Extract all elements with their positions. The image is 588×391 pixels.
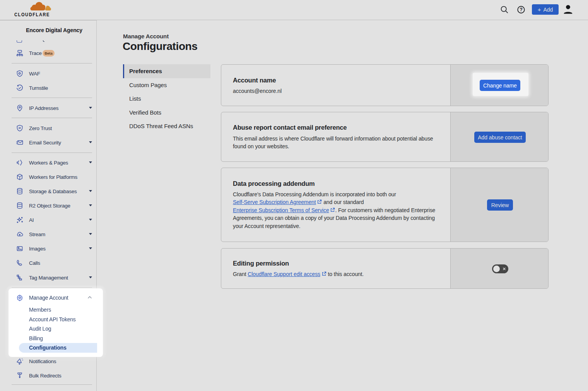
svg-text:CLOUDFLARE: CLOUDFLARE (14, 12, 50, 17)
svg-text:?: ? (520, 7, 523, 12)
